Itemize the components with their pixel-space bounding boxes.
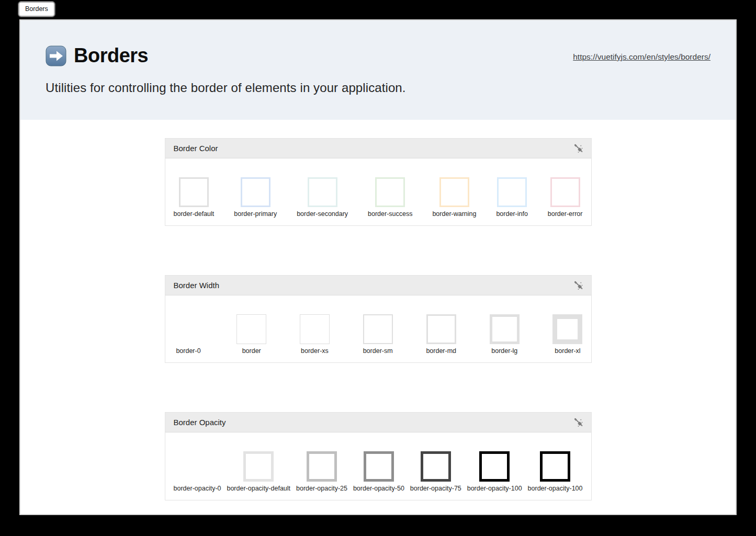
swatch-label: border-0	[176, 347, 200, 355]
magic-wand-off-icon[interactable]	[573, 143, 584, 154]
swatch-label: border-error	[548, 210, 583, 218]
swatch-label: border-success	[368, 210, 412, 218]
swatch-square	[490, 314, 520, 344]
card-title: Border Opacity	[174, 418, 226, 427]
swatch-item: border-md	[426, 314, 456, 355]
swatch-square	[182, 451, 212, 482]
docs-link[interactable]: https://vuetifyjs.com/en/styles/borders/	[573, 52, 710, 62]
swatch-label: border-default	[174, 210, 215, 218]
page-header: Borders https://vuetifyjs.com/en/styles/…	[20, 20, 736, 120]
borders-tab[interactable]: Borders	[18, 2, 55, 17]
card: Border Width border-0borderborder-xsbord…	[165, 275, 592, 363]
swatch-label: border	[242, 347, 261, 355]
swatch-label: border-opacity-50	[353, 485, 404, 492]
swatch-item: border-info	[496, 177, 527, 218]
swatch-item: border-opacity-100	[467, 451, 522, 492]
swatch-square	[307, 451, 337, 482]
swatch-square	[236, 314, 266, 344]
swatch-item: border-sm	[363, 314, 393, 355]
swatch-square	[439, 177, 469, 207]
swatch-square	[421, 451, 451, 482]
swatch-square	[179, 177, 209, 207]
swatch-item: border-warning	[432, 177, 476, 218]
swatch-item: border-success	[368, 177, 412, 218]
swatch-label: border-opacity-25	[296, 485, 347, 492]
card-body: border-defaultborder-primaryborder-secon…	[165, 158, 591, 225]
swatch-label: border-md	[426, 347, 456, 355]
card-title: Border Color	[174, 144, 218, 153]
card-body: border-0borderborder-xsborder-smborder-m…	[165, 295, 591, 362]
swatch-item: border-opacity-50	[353, 451, 404, 492]
content-window: Borders https://vuetifyjs.com/en/styles/…	[19, 19, 737, 515]
swatch-label: border-primary	[234, 210, 277, 218]
swatch-item: border-xl	[552, 314, 582, 355]
swatch-label: border-info	[496, 210, 527, 218]
swatch-label: border-lg	[491, 347, 517, 355]
swatch-label: border-sm	[363, 347, 393, 355]
swatch-square	[363, 314, 393, 344]
swatch-item: border-primary	[234, 177, 277, 218]
swatch-square	[497, 177, 527, 207]
card-title: Border Width	[174, 281, 220, 290]
swatch-square	[550, 177, 580, 207]
swatch-item: border-default	[174, 177, 215, 218]
swatch-item: border-0	[174, 314, 204, 355]
swatch-item: border-error	[548, 177, 583, 218]
swatch-item: border-opacity-25	[296, 451, 347, 492]
swatch-item: border-opacity-default	[227, 451, 290, 492]
swatch-square	[426, 314, 456, 344]
swatch-square	[364, 451, 394, 482]
card-header: Border Color	[165, 139, 591, 158]
card-header: Border Width	[165, 276, 591, 295]
swatch-label: border-secondary	[297, 210, 348, 218]
swatch-square	[552, 314, 582, 344]
swatch-square	[479, 451, 510, 482]
swatch-item: border-lg	[490, 314, 520, 355]
swatch-square	[300, 314, 330, 344]
cards: Border Color border-defaultborder-primar…	[20, 120, 736, 500]
magic-wand-off-icon[interactable]	[573, 417, 584, 428]
swatch-square	[375, 177, 405, 207]
card-header: Border Opacity	[165, 413, 591, 432]
swatch-item: border-opacity-0	[174, 451, 221, 492]
swatch-square	[243, 451, 274, 482]
swatch-item: border	[236, 314, 266, 355]
swatch-item: border-opacity-75	[410, 451, 461, 492]
swatch-label: border-xs	[301, 347, 329, 355]
swatch-square	[174, 314, 204, 344]
swatch-square	[241, 177, 270, 207]
magic-wand-off-icon[interactable]	[573, 280, 584, 291]
card: Border Opacity border-opacity-0border-op…	[165, 412, 592, 500]
swatch-label: border-opacity-100	[467, 485, 522, 492]
right-arrow-emoji-icon	[46, 45, 66, 66]
swatch-label: border-opacity-100	[528, 485, 583, 492]
swatch-label: border-warning	[432, 210, 476, 218]
card-body: border-opacity-0border-opacity-defaultbo…	[165, 432, 591, 500]
swatch-label: border-opacity-75	[410, 485, 461, 492]
swatch-square	[308, 177, 337, 207]
swatch-label: border-opacity-0	[174, 485, 221, 492]
swatch-square	[540, 451, 570, 482]
swatch-item: border-secondary	[297, 177, 348, 218]
page-subtitle: Utilities for controlling the border of …	[46, 81, 710, 95]
swatch-label: border-opacity-default	[227, 485, 290, 492]
card: Border Color border-defaultborder-primar…	[165, 138, 592, 226]
swatch-item: border-xs	[300, 314, 330, 355]
swatch-label: border-xl	[555, 347, 580, 355]
page-title: Borders	[74, 44, 148, 67]
swatch-item: border-opacity-100	[528, 451, 583, 492]
